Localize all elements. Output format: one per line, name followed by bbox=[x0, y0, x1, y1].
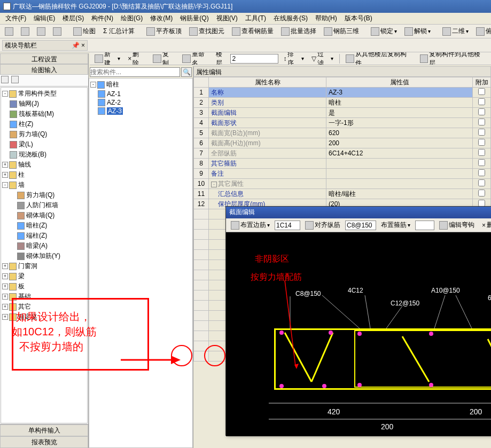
tree-item[interactable]: 轴网(J) bbox=[2, 99, 86, 109]
menu-edit[interactable]: 编辑(E) bbox=[30, 13, 58, 24]
tree-group[interactable]: +梁 bbox=[2, 271, 86, 281]
property-row[interactable]: 11 汇总信息暗柱/端柱 bbox=[194, 189, 491, 199]
menu-version[interactable]: 版本号(B) bbox=[341, 13, 376, 24]
menu-file[interactable]: 文件(F) bbox=[2, 13, 29, 24]
btn-new[interactable]: 新建▾ bbox=[92, 52, 123, 65]
expand-icon[interactable]: + bbox=[2, 172, 8, 178]
btn-align[interactable]: 对齐纵筋 bbox=[302, 219, 343, 231]
extra-checkbox[interactable] bbox=[478, 139, 485, 146]
extra-checkbox[interactable] bbox=[478, 108, 485, 115]
property-row[interactable]: 1名称AZ-3 bbox=[194, 88, 491, 98]
prop-value[interactable]: 6C14+4C12 bbox=[326, 148, 473, 159]
tree-group[interactable]: +轴线 bbox=[2, 160, 86, 170]
comp-item-selected[interactable]: AZ-3 bbox=[90, 107, 191, 115]
search-input[interactable] bbox=[90, 67, 180, 77]
prop-value[interactable]: 200 bbox=[326, 138, 473, 148]
comp-item[interactable]: AZ-2 bbox=[90, 98, 191, 107]
tree-item[interactable]: 端柱(Z) bbox=[2, 231, 86, 241]
property-row[interactable]: 7全部纵筋6C14+4C12 bbox=[194, 148, 491, 159]
section-editor-window[interactable]: 截面编辑 布置边筋▾ 对齐纵筋 布置箍筋▾ 编辑弯钩 × 删除 标注▾ 非阴影区… bbox=[225, 206, 491, 436]
prop-value[interactable]: AZ-3 bbox=[326, 88, 473, 98]
btn-copyto[interactable]: 复制构件到其他楼层 bbox=[417, 52, 489, 65]
btn-copy[interactable]: 复制 bbox=[150, 52, 177, 65]
tree-group[interactable]: -墙 bbox=[2, 180, 86, 190]
comp-tree-root[interactable]: -暗柱 bbox=[90, 80, 191, 90]
draw-header[interactable]: 绘图输入 bbox=[0, 64, 88, 75]
tb-undo[interactable] bbox=[34, 26, 48, 37]
tree-item[interactable]: 梁(L) bbox=[2, 139, 86, 150]
prop-extra[interactable] bbox=[473, 179, 491, 189]
tb-draw[interactable]: 绘图 bbox=[71, 25, 98, 37]
floor-input[interactable] bbox=[230, 54, 278, 64]
tb-2d[interactable]: 二维▾ bbox=[440, 25, 471, 37]
tree-item-selected[interactable]: 暗柱(Z) bbox=[2, 221, 86, 231]
property-row[interactable]: 8其它箍筋 bbox=[194, 159, 491, 169]
menu-draw[interactable]: 绘图(G) bbox=[118, 13, 146, 24]
btn-del[interactable]: × 删除 bbox=[479, 219, 491, 231]
prop-value[interactable] bbox=[326, 159, 473, 169]
comp-item[interactable]: AZ-1 bbox=[90, 90, 191, 98]
align-input[interactable] bbox=[345, 221, 376, 230]
single-input-btn[interactable]: 单构件输入 bbox=[0, 425, 88, 436]
btn-edge[interactable]: 布置边筋▾ bbox=[228, 219, 272, 231]
property-row[interactable]: 3截面编辑是 bbox=[194, 108, 491, 118]
menu-online[interactable]: 在线服务(S) bbox=[270, 13, 311, 24]
btn-stirrup[interactable]: 布置箍筋▾ bbox=[378, 219, 413, 231]
expand-icon[interactable]: + bbox=[2, 304, 8, 310]
expand-icon[interactable]: + bbox=[2, 162, 8, 168]
tree-item[interactable]: 砌体墙(Q) bbox=[2, 210, 86, 221]
menu-tools[interactable]: 工具(T) bbox=[242, 13, 269, 24]
tree-item[interactable]: 筏板基础(M) bbox=[2, 109, 86, 119]
tree-group[interactable]: +柱 bbox=[2, 170, 86, 180]
btn-hook[interactable]: 编辑弯钩 bbox=[437, 219, 477, 231]
collapse-icon[interactable]: - bbox=[90, 82, 96, 88]
report-btn[interactable]: 报表预览 bbox=[0, 436, 88, 448]
menu-rebar[interactable]: 钢筋量(Q) bbox=[177, 13, 212, 24]
extra-checkbox[interactable] bbox=[478, 119, 485, 125]
prop-extra[interactable] bbox=[473, 189, 491, 199]
expand-icon[interactable]: + bbox=[2, 314, 8, 320]
tb-rebar[interactable]: 查看钢筋量 bbox=[229, 25, 276, 37]
tb-find[interactable]: 查找图元 bbox=[186, 25, 227, 37]
prop-extra[interactable] bbox=[473, 159, 491, 169]
edge-input[interactable] bbox=[275, 221, 300, 230]
prop-value[interactable]: 620 bbox=[326, 128, 473, 138]
expand-icon[interactable]: + bbox=[2, 284, 8, 289]
tree-root[interactable]: -常用构件类型 bbox=[2, 89, 86, 99]
tb-sum[interactable]: Σ 汇总计算 bbox=[100, 25, 137, 37]
tree-item[interactable]: 剪力墙(Q) bbox=[2, 129, 86, 139]
type-tree[interactable]: -常用构件类型 轴网(J) 筏板基础(M) 柱(Z) 剪力墙(Q) 梁(L) 现… bbox=[1, 87, 88, 423]
collapse-icon[interactable]: - bbox=[2, 182, 8, 188]
tb-batch[interactable]: 批量选择 bbox=[278, 25, 319, 37]
expand-icon[interactable] bbox=[11, 76, 19, 83]
btn-copyfrom[interactable]: 从其他楼层复制构件 bbox=[343, 52, 415, 65]
btn-rename[interactable]: 重命名 bbox=[180, 52, 213, 65]
prop-extra[interactable] bbox=[473, 138, 491, 148]
property-row[interactable]: 2类别暗柱 bbox=[194, 98, 491, 108]
prop-extra[interactable] bbox=[473, 118, 491, 128]
tb-unlock[interactable]: 解锁▾ bbox=[402, 25, 433, 37]
tree-item[interactable]: 砌体加筋(Y) bbox=[2, 251, 86, 261]
collapse-icon[interactable] bbox=[1, 76, 9, 83]
extra-checkbox[interactable] bbox=[478, 169, 485, 176]
extra-checkbox[interactable] bbox=[478, 98, 485, 105]
tb-save[interactable] bbox=[18, 26, 32, 37]
tree-group[interactable]: +门窗洞 bbox=[2, 261, 86, 271]
prop-value[interactable]: 一字-1形 bbox=[326, 118, 473, 128]
tree-group[interactable]: +板 bbox=[2, 281, 86, 292]
expand-icon[interactable]: + bbox=[2, 294, 8, 300]
tb-flat[interactable]: 平齐板顶 bbox=[144, 25, 184, 37]
prop-value[interactable]: 是 bbox=[326, 108, 473, 118]
tree-item[interactable]: 暗梁(A) bbox=[2, 241, 86, 251]
extra-checkbox[interactable] bbox=[478, 159, 485, 166]
prop-value[interactable] bbox=[326, 179, 473, 189]
section-canvas[interactable]: 非阴影区 按剪力墙配筋 C8@150 4C12 C12@150 A10@150 … bbox=[226, 232, 491, 436]
property-row[interactable]: 5截面宽(B边)(mm)620 bbox=[194, 128, 491, 138]
tb-redo[interactable] bbox=[50, 26, 64, 37]
prop-value[interactable]: 暗柱 bbox=[326, 98, 473, 108]
menu-floor[interactable]: 楼层(S) bbox=[59, 13, 87, 24]
extra-checkbox[interactable] bbox=[478, 149, 485, 156]
property-row[interactable]: 6截面高(H边)(mm)200 bbox=[194, 138, 491, 148]
expand-icon[interactable]: + bbox=[2, 263, 8, 269]
setting-header[interactable]: 工程设置 bbox=[0, 53, 88, 64]
